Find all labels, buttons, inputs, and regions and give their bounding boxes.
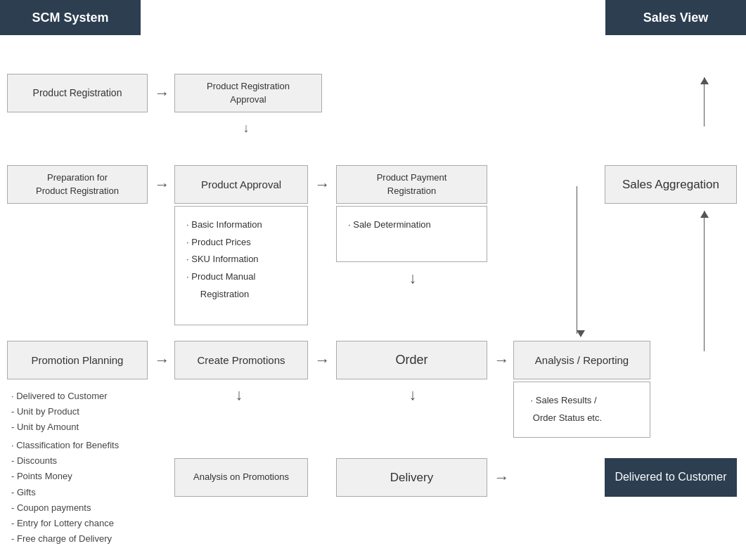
promotion-list: · Delivered to Customer - Unit by Produc…: [7, 382, 155, 560]
sales-view-title: Sales View: [605, 0, 746, 35]
create-promotions-box: Create Promotions: [174, 341, 308, 379]
arrow-right-1: →: [150, 86, 174, 100]
arrow-right-7: →: [489, 471, 514, 485]
delivered-to-customer-box: Delivered to Customer: [605, 458, 737, 497]
product-approval-box: Product Approval: [174, 165, 308, 204]
arrow-right-2: →: [150, 178, 174, 192]
arrow-down-4: ↓: [406, 382, 420, 407]
analysis-reporting-detail: · Sales Results / Order Status etc.: [513, 382, 650, 438]
delivery-box: Delivery: [336, 458, 487, 497]
diagram-container: Product Registration → Product Registrat…: [0, 35, 746, 560]
arrow-right-4: →: [150, 353, 174, 367]
arrow-down-3: ↓: [232, 382, 246, 407]
order-box: Order: [336, 341, 487, 379]
analysis-promotions-box: Analysis on Promotions: [174, 458, 308, 497]
arrow-right-6: →: [489, 353, 514, 367]
arrow-right-5: →: [310, 353, 335, 367]
vline-right: [577, 186, 577, 334]
product-registration-box: Product Registration: [7, 74, 148, 112]
sales-agg-up-arrow: [704, 211, 705, 351]
scm-system-title: SCM System: [0, 0, 141, 35]
arrow-down-2: ↓: [406, 266, 420, 290]
sales-aggregation-box: Sales Aggregation: [605, 165, 737, 204]
product-approval-detail: · Basic Information · Product Prices · S…: [174, 206, 308, 325]
arrow-head-down-right: [577, 330, 585, 337]
preparation-box: Preparation for Product Registration: [7, 165, 148, 204]
product-payment-registration-box: Product Payment Registration: [336, 165, 487, 204]
promotion-planning-box: Promotion Planning: [7, 341, 148, 379]
analysis-reporting-box: Analysis / Reporting: [513, 341, 650, 379]
arrow-down-1: ↓: [239, 116, 253, 141]
product-registration-approval-box: Product Registration Approval: [174, 74, 322, 112]
product-payment-detail: · Sale Determination: [336, 206, 487, 262]
sales-view-up-arrow: [704, 77, 705, 126]
arrow-right-3: →: [310, 178, 335, 192]
